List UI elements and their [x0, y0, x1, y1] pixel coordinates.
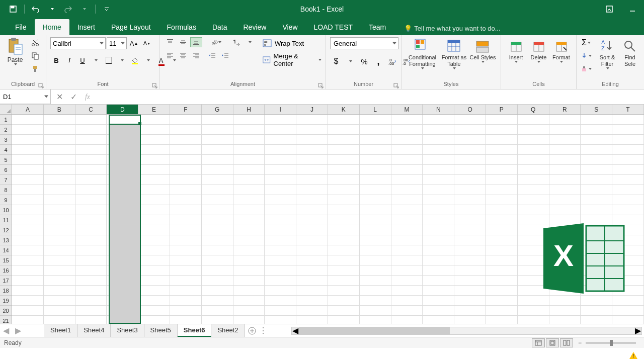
row-header-1[interactable]: 1: [0, 115, 12, 125]
column-header-K[interactable]: K: [328, 105, 360, 114]
align-middle-button[interactable]: [177, 37, 189, 47]
horizontal-scrollbar[interactable]: ◀ ▶: [291, 327, 642, 335]
column-header-P[interactable]: P: [486, 105, 518, 114]
enter-formula-button[interactable]: ✓: [69, 93, 78, 102]
borders-dropdown[interactable]: [116, 54, 128, 66]
italic-button[interactable]: I: [63, 54, 75, 66]
find-select-button[interactable]: Find Sele: [620, 37, 640, 67]
accounting-dropdown[interactable]: [344, 55, 356, 67]
row-header-17[interactable]: 17: [0, 276, 12, 286]
percent-button[interactable]: %: [358, 55, 370, 67]
row-header-20[interactable]: 20: [0, 306, 12, 316]
row-header-2[interactable]: 2: [0, 125, 12, 135]
format-cells-button[interactable]: Format: [550, 37, 572, 63]
column-header-A[interactable]: A: [12, 105, 44, 114]
increase-indent-button[interactable]: [219, 50, 231, 60]
insert-cells-button[interactable]: Insert: [505, 37, 527, 63]
underline-button[interactable]: U: [76, 54, 89, 66]
cut-button[interactable]: [29, 37, 41, 48]
column-header-C[interactable]: C: [75, 105, 107, 114]
scroll-left-button[interactable]: ◀: [292, 327, 299, 334]
paste-button[interactable]: Paste: [4, 37, 26, 65]
underline-dropdown[interactable]: [90, 54, 102, 66]
alignment-launcher[interactable]: [318, 82, 324, 88]
increase-font-button[interactable]: A▲: [128, 37, 140, 49]
column-header-I[interactable]: I: [265, 105, 296, 114]
decrease-indent-button[interactable]: [206, 50, 218, 60]
bold-button[interactable]: B: [50, 54, 62, 66]
select-all-corner[interactable]: [0, 105, 12, 115]
row-header-11[interactable]: 11: [0, 215, 12, 225]
column-header-S[interactable]: S: [581, 105, 612, 114]
autosum-button[interactable]: Σ: [581, 37, 592, 48]
increase-decimal-button[interactable]: .0.00: [386, 55, 398, 67]
font-name-combo[interactable]: Calibri: [50, 37, 106, 49]
redo-dropdown[interactable]: [77, 2, 91, 16]
sort-filter-button[interactable]: AZ Sort & Filter: [596, 37, 619, 69]
qat-customize[interactable]: [100, 2, 114, 16]
align-left-button[interactable]: [164, 50, 176, 60]
tab-page-layout[interactable]: Page Layout: [103, 19, 159, 35]
active-cell[interactable]: [109, 115, 141, 125]
row-header-8[interactable]: 8: [0, 185, 12, 195]
sheet-nav-prev[interactable]: ◀: [0, 325, 12, 337]
column-header-B[interactable]: B: [44, 105, 75, 114]
page-break-view-button[interactable]: [560, 338, 573, 347]
sheet-tab-sheet4[interactable]: Sheet4: [77, 324, 111, 337]
column-header-Q[interactable]: Q: [518, 105, 549, 114]
cancel-formula-button[interactable]: ✕: [55, 93, 64, 102]
orientation-button[interactable]: ab: [209, 37, 221, 47]
fill-color-dropdown[interactable]: [142, 54, 154, 66]
minimize-button[interactable]: [621, 0, 644, 18]
format-as-table-button[interactable]: Format as Table: [440, 37, 468, 69]
row-header-13[interactable]: 13: [0, 235, 12, 245]
zoom-out-button[interactable]: −: [578, 339, 582, 346]
column-header-R[interactable]: R: [549, 105, 581, 114]
merge-center-button[interactable]: Merge & Center: [263, 52, 321, 67]
clipboard-launcher[interactable]: [38, 82, 44, 88]
warning-icon[interactable]: !: [629, 351, 638, 360]
sheet-nav-next[interactable]: ▶: [12, 325, 24, 337]
scroll-thumb[interactable]: [299, 327, 450, 334]
column-header-D[interactable]: D: [107, 105, 138, 114]
insert-function-button[interactable]: fx: [83, 93, 92, 102]
column-header-J[interactable]: J: [296, 105, 328, 114]
column-header-E[interactable]: E: [138, 105, 170, 114]
row-header-5[interactable]: 5: [0, 155, 12, 165]
save-button[interactable]: [6, 2, 20, 16]
tab-formulas[interactable]: Formulas: [159, 19, 204, 35]
ltr-dropdown[interactable]: [244, 37, 256, 47]
align-center-button[interactable]: [177, 50, 189, 60]
tab-file[interactable]: File: [7, 19, 35, 35]
zoom-slider[interactable]: [586, 342, 636, 344]
page-layout-view-button[interactable]: [546, 338, 559, 347]
sheet-tab-sheet1[interactable]: Sheet1: [44, 324, 77, 337]
tab-data[interactable]: Data: [204, 19, 235, 35]
sheet-tab-sheet6[interactable]: Sheet6: [178, 324, 212, 337]
sheet-tab-sheet2[interactable]: Sheet2: [211, 324, 245, 337]
decrease-font-button[interactable]: A▼: [141, 37, 153, 49]
column-header-T[interactable]: T: [612, 105, 644, 114]
row-header-6[interactable]: 6: [0, 165, 12, 175]
cell-styles-button[interactable]: Cell Styles: [469, 37, 497, 63]
column-header-O[interactable]: O: [454, 105, 486, 114]
row-header-9[interactable]: 9: [0, 195, 12, 205]
normal-view-button[interactable]: [532, 338, 545, 347]
new-sheet-button[interactable]: [245, 327, 259, 335]
delete-cells-button[interactable]: Delete: [528, 37, 549, 63]
tab-insert[interactable]: Insert: [69, 19, 103, 35]
format-painter-button[interactable]: [29, 63, 41, 74]
column-header-M[interactable]: M: [391, 105, 423, 114]
tab-review[interactable]: Review: [235, 19, 275, 35]
clear-button[interactable]: [581, 63, 592, 74]
tab-team[interactable]: Team: [361, 19, 394, 35]
redo-button[interactable]: [61, 2, 75, 16]
row-header-7[interactable]: 7: [0, 175, 12, 185]
font-launcher[interactable]: [152, 82, 158, 88]
column-header-F[interactable]: F: [170, 105, 202, 114]
row-header-4[interactable]: 4: [0, 145, 12, 155]
number-launcher[interactable]: [393, 82, 399, 88]
align-bottom-button[interactable]: [190, 37, 202, 47]
row-header-15[interactable]: 15: [0, 255, 12, 265]
scroll-right-button[interactable]: ▶: [634, 327, 641, 334]
